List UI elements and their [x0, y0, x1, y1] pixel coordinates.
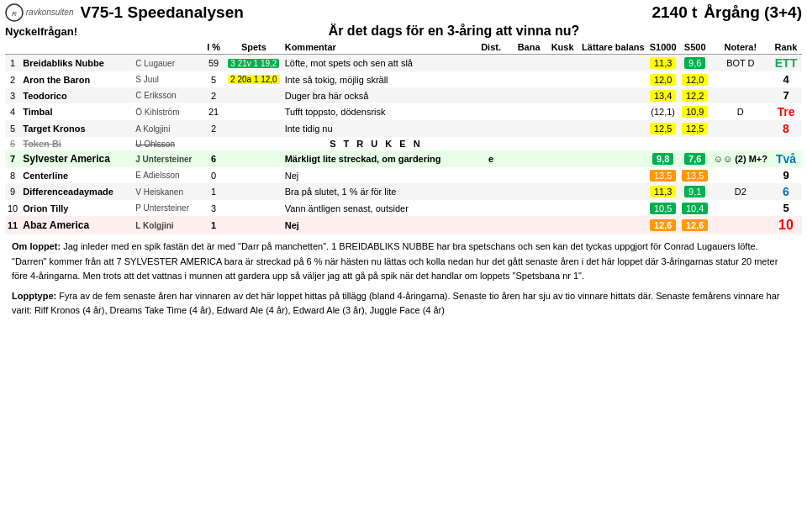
horse-name: Differenceadaymade [20, 183, 133, 200]
latt [579, 183, 647, 200]
main-title: V75-1 Speedanalysen [80, 3, 243, 22]
horse-name: Teodorico [20, 87, 133, 103]
notera [711, 167, 770, 183]
s1000: 13,5 [647, 167, 679, 183]
th-s1000: S1000 [647, 40, 679, 55]
ipct: 59 [202, 55, 225, 72]
rank: 4 [770, 71, 802, 87]
dist [470, 137, 512, 150]
notera: ☺☺ (2) M+? [711, 150, 770, 167]
notera: BOT D [711, 55, 770, 72]
bana [512, 200, 546, 216]
th-kusk: Kusk [546, 40, 579, 55]
driver-name: S Juul [133, 71, 202, 87]
notera: D2 [711, 183, 770, 200]
year: Årgång (3+4) [704, 3, 802, 22]
rank: 10 [770, 216, 802, 234]
latt [579, 103, 647, 120]
kusk [546, 150, 579, 167]
lopptype: Lopptype: Fyra av de fem senaste åren ha… [5, 286, 802, 322]
row-num: 7 [5, 150, 20, 167]
table-row: 8CenterlineE Adielsson0Nej13,513,59 [5, 167, 802, 183]
notera [711, 120, 770, 137]
row-num: 11 [5, 216, 20, 234]
dist [470, 87, 512, 103]
bana [512, 216, 546, 234]
rank [770, 137, 802, 150]
race-table: I % Spets Kommentar Dist. Bana Kusk Lätt… [5, 40, 802, 234]
th-horse [20, 40, 133, 55]
row-num: 3 [5, 87, 20, 103]
row-num: 6 [5, 137, 20, 150]
dist [470, 167, 512, 183]
ipct: 21 [202, 103, 225, 120]
horse-name: Centerline [20, 167, 133, 183]
s1000: 12,5 [647, 120, 679, 137]
bana [512, 55, 546, 72]
latt [579, 137, 647, 150]
bana [512, 167, 546, 183]
comment: Nej [282, 167, 470, 183]
rank: 8 [770, 120, 802, 137]
th-num [5, 40, 20, 55]
notera [711, 87, 770, 103]
spets [225, 167, 282, 183]
spets [225, 150, 282, 167]
om-loppet-text: Jag inleder med en spik fastän det är me… [12, 241, 778, 281]
dist [470, 183, 512, 200]
rank: 7 [770, 87, 802, 103]
th-rank: Rank [770, 40, 802, 55]
row-num: 10 [5, 200, 20, 216]
horse-name: Abaz America [20, 216, 133, 234]
subtitle: Är det dags för en 3-åring att vinna nu? [106, 24, 802, 39]
s500: 9,1 [679, 183, 711, 200]
rank: Två [770, 150, 802, 167]
comment: Märkligt lite streckad, om gardering [282, 150, 470, 167]
table-row: 2Aron the BaronS Juul52 20a 1 12,0Inte s… [5, 71, 802, 87]
om-loppet: Om loppet: Jag inleder med en spik fastä… [5, 234, 802, 286]
bana [512, 103, 546, 120]
comment: Duger bra här också [282, 87, 470, 103]
th-s500: S500 [679, 40, 711, 55]
lopptype-label: Lopptype: [12, 291, 56, 301]
comment: Inte så tokig, möjlig skräll [282, 71, 470, 87]
nyckelfrågan: Nyckelfrågan! [5, 25, 106, 38]
driver-name: P Untersteiner [133, 200, 202, 216]
table-row: 6Token BiU OhlssonS T R U K E N [5, 137, 802, 150]
latt [579, 120, 647, 137]
kusk [546, 216, 579, 234]
s500: 10,9 [679, 103, 711, 120]
horse-name: Token Bi [20, 137, 133, 150]
kusk [546, 167, 579, 183]
dist: e [470, 150, 512, 167]
row-num: 4 [5, 103, 20, 120]
rank: ETT [770, 55, 802, 72]
th-latt: Lättare balans [579, 40, 647, 55]
ipct: 0 [202, 167, 225, 183]
table-row: 3TeodoricoC Eriksson2Duger bra här också… [5, 87, 802, 103]
latt [579, 87, 647, 103]
om-loppet-label: Om loppet: [12, 241, 61, 251]
dist [470, 71, 512, 87]
s1000: 11,3 [647, 183, 679, 200]
bana [512, 71, 546, 87]
table-row: 4TimbalÖ Kihlström21Tufft toppsto, döden… [5, 103, 802, 120]
th-comment: Kommentar [282, 40, 470, 55]
spets [225, 103, 282, 120]
table-row: 5Target KronosA Kolgjini2Inte tidig nu12… [5, 120, 802, 137]
weight: 2140 t [651, 3, 697, 22]
horse-name: Sylvester America [20, 150, 133, 167]
s1000: 12,0 [647, 71, 679, 87]
spets [225, 200, 282, 216]
dist [470, 216, 512, 234]
s500: 10,4 [679, 200, 711, 216]
ipct: 1 [202, 216, 225, 234]
th-driver [133, 40, 202, 55]
comment: Nej [282, 216, 470, 234]
s500: 9,6 [679, 55, 711, 72]
driver-name: E Adielsson [133, 167, 202, 183]
th-dist: Dist. [470, 40, 512, 55]
row-num: 1 [5, 55, 20, 72]
kusk [546, 55, 579, 72]
bana [512, 183, 546, 200]
